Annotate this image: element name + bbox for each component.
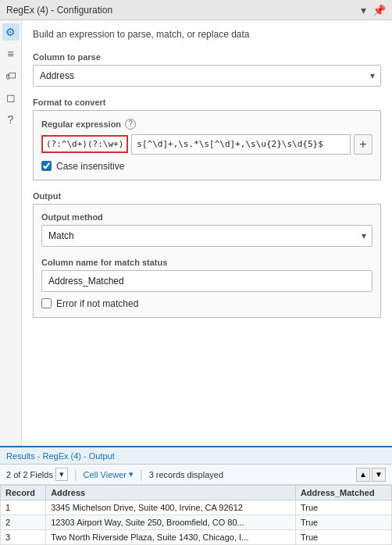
separator-2: |: [140, 468, 143, 481]
output-method-select[interactable]: Match: [41, 225, 372, 247]
regex-help-icon[interactable]: ?: [125, 119, 136, 130]
regex-label-row: Regular expression ?: [41, 119, 372, 130]
collapse-icon[interactable]: ▾: [361, 4, 366, 16]
format-box: Regular expression ? (?:^\d+)(?:\w+) + C…: [33, 110, 381, 180]
results-tab-bar: Results - RegEx (4) - Output: [0, 447, 392, 465]
results-tab-text[interactable]: Results - RegEx (4) - Output: [6, 451, 115, 461]
case-insensitive-checkbox[interactable]: [41, 161, 52, 171]
regex-input-row: (?:^\d+)(?:\w+) +: [41, 134, 372, 155]
col-header-matched: Address_Matched: [295, 486, 391, 500]
cell-address: Two North Riverside Plaza, Suite 1430, C…: [46, 530, 296, 545]
viewer-badge[interactable]: Cell Viewer ▾: [84, 469, 134, 479]
cell-address: 3345 Michelson Drive, Suite 400, Irvine,…: [46, 500, 296, 515]
output-inner: Output method Match ▾ Column name for ma…: [33, 204, 381, 318]
sidebar-icon-settings[interactable]: ⚙: [2, 23, 20, 41]
output-section: Output Output method Match ▾ Column name…: [33, 191, 381, 318]
column-to-parse-dropdown-container: Address ▾: [33, 65, 381, 87]
results-toolbar: 2 of 2 Fields ▾ | Cell Viewer ▾ | 3 reco…: [0, 465, 392, 485]
pin-icon[interactable]: 📌: [372, 4, 386, 16]
column-name-label: Column name for match status: [41, 258, 372, 267]
regex-highlighted-part[interactable]: (?:^\d+)(?:\w+): [41, 135, 128, 153]
cell-matched: True: [295, 530, 391, 545]
title-bar: RegEx (4) - Configuration ▾ 📌: [0, 0, 392, 20]
output-method-label: Output method: [41, 212, 372, 222]
table-row[interactable]: 2 12303 Airport Way, Suite 250, Broomfie…: [1, 515, 392, 530]
sidebar-icon-help[interactable]: ?: [2, 111, 20, 128]
column-to-parse-select[interactable]: Address: [33, 65, 381, 87]
case-insensitive-row: Case insensitive: [41, 161, 372, 172]
records-info: 3 records displayed: [149, 470, 223, 479]
sidebar-icon-tag[interactable]: 🏷: [2, 67, 20, 84]
config-panel: Build an expression to parse, match, or …: [22, 20, 392, 446]
cell-record: 1: [1, 500, 46, 515]
col-header-record: Record: [1, 486, 46, 500]
title-bar-text: RegEx (4) - Configuration: [6, 5, 112, 16]
results-table: Record Address Address_Matched 1 3345 Mi…: [0, 485, 392, 545]
fields-dropdown-arrow: ▾: [59, 469, 64, 479]
cell-matched: True: [295, 500, 391, 515]
regex-label: Regular expression: [41, 119, 121, 129]
fields-badge: 2 of 2 Fields ▾: [6, 468, 68, 481]
sidebar: ⚙ ≡ 🏷 ◻ ?: [0, 20, 22, 446]
fields-dropdown[interactable]: ▾: [55, 468, 68, 481]
title-bar-icons: ▾ 📌: [361, 4, 386, 16]
separator-1: |: [74, 468, 77, 481]
col-header-address: Address: [46, 486, 296, 500]
case-insensitive-label: Case insensitive: [56, 161, 124, 172]
regex-add-button[interactable]: +: [354, 134, 372, 155]
error-if-not-matched-row: Error if not matched: [41, 298, 372, 309]
regex-rest-input[interactable]: [131, 134, 351, 155]
table-row[interactable]: 3 Two North Riverside Plaza, Suite 1430,…: [1, 530, 392, 545]
fields-count-text: 2 of 2 Fields: [6, 470, 53, 479]
error-if-not-matched-checkbox[interactable]: [41, 298, 52, 308]
error-if-not-matched-label: Error if not matched: [56, 298, 138, 309]
cell-record: 3: [1, 530, 46, 545]
viewer-arrow-icon: ▾: [129, 469, 134, 479]
column-to-parse-label: Column to parse: [33, 52, 381, 62]
cell-matched: True: [295, 515, 391, 530]
nav-up-arrow[interactable]: ▲: [356, 468, 370, 482]
results-table-container: Record Address Address_Matched 1 3345 Mi…: [0, 485, 392, 545]
results-area: Results - RegEx (4) - Output 2 of 2 Fiel…: [0, 446, 392, 545]
table-row[interactable]: 1 3345 Michelson Drive, Suite 400, Irvin…: [1, 500, 392, 515]
viewer-label: Cell Viewer: [84, 470, 127, 479]
sidebar-icon-cube[interactable]: ◻: [2, 89, 20, 106]
sidebar-icon-list[interactable]: ≡: [2, 45, 20, 62]
main-container: RegEx (4) - Configuration ▾ 📌 ⚙ ≡ 🏷 ◻ ? …: [0, 0, 392, 545]
nav-arrows: ▲ ▼: [356, 468, 386, 482]
panel-description: Build an expression to parse, match, or …: [33, 28, 381, 41]
cell-address: 12303 Airport Way, Suite 250, Broomfield…: [46, 515, 296, 530]
nav-down-arrow[interactable]: ▼: [372, 468, 386, 482]
output-method-dropdown-container: Match ▾: [41, 225, 372, 247]
body-area: ⚙ ≡ 🏷 ◻ ? Build an expression to parse, …: [0, 20, 392, 446]
format-to-convert-label: Format to convert: [33, 98, 381, 107]
output-label: Output: [33, 191, 381, 201]
column-name-input[interactable]: [41, 270, 372, 292]
cell-record: 2: [1, 515, 46, 530]
